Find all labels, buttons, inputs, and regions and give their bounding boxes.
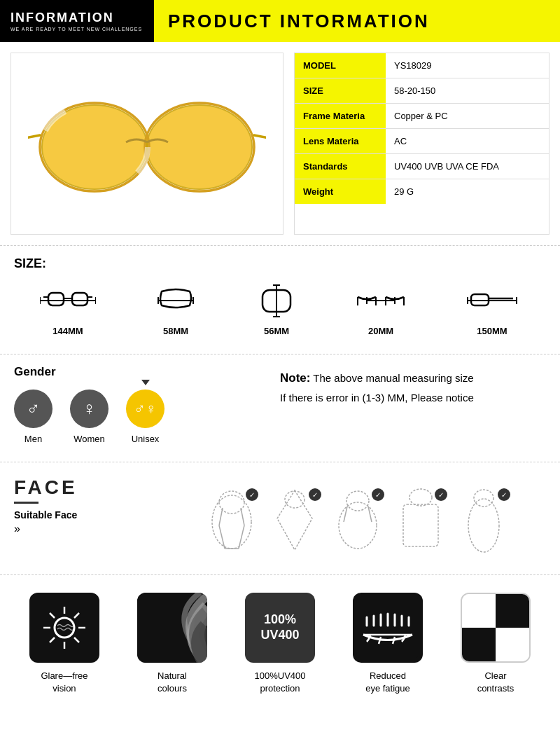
glare-free-icon-box	[29, 593, 99, 663]
natural-colours-icon-box	[137, 593, 207, 663]
svg-line-4	[28, 135, 40, 140]
gender-women-icon: ♀	[70, 390, 108, 428]
size-label-144: 144MM	[52, 326, 83, 336]
spec-label: Weight	[295, 179, 386, 204]
eye-icon	[353, 593, 423, 663]
face-arrow: »	[14, 523, 78, 535]
spec-label: Lens Materia	[295, 129, 386, 153]
size-icon-150	[464, 282, 520, 320]
gender-men: ♂ Men	[14, 390, 52, 444]
uv400-icon-box: 100%UV400	[245, 593, 315, 663]
check-diamond: ✓	[309, 488, 321, 501]
uv400-icon: 100%UV400	[245, 593, 315, 663]
svg-point-48	[410, 489, 432, 506]
svg-line-46	[368, 507, 372, 522]
svg-line-59	[50, 638, 55, 642]
spec-value: YS18029	[386, 53, 549, 78]
svg-line-45	[344, 507, 347, 522]
svg-line-56	[50, 613, 55, 618]
svg-line-37	[241, 508, 244, 525]
product-image	[10, 53, 284, 235]
spec-row: Standards UV400 UVB UVA CE FDA	[295, 154, 549, 179]
face-oval: ✓	[204, 487, 260, 553]
svg-point-34	[212, 495, 251, 549]
spec-value: UV400 UVB UVA CE FDA	[386, 154, 549, 179]
spec-label: MODEL	[295, 53, 386, 78]
glasses-illustration	[28, 81, 266, 207]
face-shapes: ✓ ✓ ✓	[204, 487, 512, 553]
face-square: ✓	[393, 487, 449, 553]
svg-point-1	[147, 105, 252, 189]
svg-point-50	[474, 490, 493, 507]
svg-point-42	[285, 491, 304, 508]
page-title: PRODUCT INTORMATION	[154, 0, 430, 42]
size-icon-144	[40, 282, 96, 320]
svg-rect-11	[72, 293, 88, 305]
svg-point-51	[55, 618, 74, 638]
size-section: SIZE: 144MM	[0, 246, 560, 354]
size-label-56: 56MM	[264, 326, 289, 336]
size-icon-20	[356, 282, 405, 320]
svg-point-43	[339, 502, 377, 549]
glare-free-label: Glare—freevision	[41, 670, 88, 695]
feature-uv400: 100%UV400 100%UV400protection	[234, 593, 326, 695]
check-oblong: ✓	[498, 488, 510, 501]
size-label-20: 20MM	[368, 326, 393, 336]
spec-row: Lens Materia AC	[295, 129, 549, 154]
face-subtitle: Suitable Face	[14, 509, 78, 521]
gender-men-label: Men	[24, 434, 42, 444]
size-item-150: 150MM	[464, 282, 520, 336]
gender-women: ♀ Women	[70, 390, 108, 444]
spec-row: Frame Materia Copper & PC	[295, 104, 549, 129]
contrast-q3	[462, 628, 496, 661]
note-box: Note: The above manual measuring size If…	[280, 365, 546, 406]
note-line1: The above manual measuring size	[310, 372, 473, 384]
spec-value: 29 G	[386, 179, 549, 204]
svg-point-44	[346, 491, 369, 511]
face-round: ✓	[330, 487, 386, 553]
svg-line-5	[254, 135, 266, 140]
gender-unisex-label: Unisex	[132, 434, 160, 444]
size-icon-58	[155, 282, 197, 320]
logo-subtitle: WE ARE READY TO MEET NEW CHALLENGES	[10, 27, 144, 32]
face-line	[14, 502, 38, 504]
size-label-150: 150MM	[477, 326, 507, 336]
logo-title: INFORMATION	[10, 11, 144, 25]
svg-rect-47	[403, 504, 438, 546]
face-header: FACE Suitable Face »	[14, 476, 78, 535]
size-label-58: 58MM	[163, 326, 188, 336]
selection-arrow	[141, 380, 150, 385]
svg-line-58	[74, 613, 79, 618]
check-oval: ✓	[246, 488, 258, 501]
face-title: FACE	[14, 476, 78, 499]
specs-table: MODEL YS18029 SIZE 58-20-150 Frame Mater…	[294, 53, 550, 235]
note-bold: Note:	[280, 371, 310, 385]
gender-unisex: ♂♀ Unisex	[126, 390, 164, 444]
size-item-56: 56MM	[255, 282, 298, 336]
sun-icon	[29, 593, 99, 663]
face-diamond: ✓	[267, 487, 323, 553]
feature-natural-colours: Naturalcolours	[127, 593, 218, 695]
spec-label: Frame Materia	[295, 104, 386, 128]
svg-rect-61	[356, 596, 419, 659]
features-section: Glare—freevision Naturalcolours 100%U	[0, 575, 560, 709]
feature-clear-contrasts: Clearcontrasts	[450, 593, 541, 695]
product-info-section: MODEL YS18029 SIZE 58-20-150 Frame Mater…	[0, 42, 560, 246]
feature-glare-free: Glare—freevision	[19, 593, 110, 695]
check-round: ✓	[372, 488, 384, 501]
svg-marker-41	[277, 490, 312, 550]
gradient-icon	[137, 593, 207, 663]
contrast-q2	[496, 594, 529, 628]
size-item-58: 58MM	[155, 282, 197, 336]
gender-unisex-icon: ♂♀	[126, 390, 164, 428]
svg-line-57	[74, 638, 79, 642]
logo-box: INFORMATION WE ARE READY TO MEET NEW CHA…	[0, 0, 154, 42]
page-header: INFORMATION WE ARE READY TO MEET NEW CHA…	[0, 0, 560, 42]
note-line2: If there is error in (1-3) MM, Please no…	[280, 389, 546, 407]
contrast-icon	[461, 593, 531, 663]
spec-label: Standards	[295, 154, 386, 179]
eye-fatigue-icon-box	[353, 593, 423, 663]
clear-contrasts-icon-box	[461, 593, 531, 663]
contrast-q1	[462, 594, 496, 628]
svg-point-35	[219, 491, 244, 514]
